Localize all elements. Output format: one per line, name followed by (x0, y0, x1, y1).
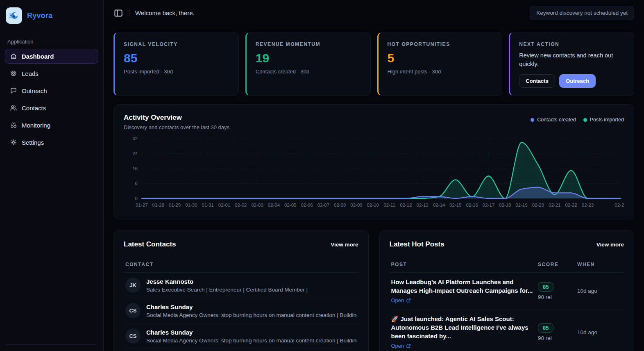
post-when: 10d ago (577, 329, 622, 335)
contact-subtitle: Social Media Agency Owners: stop burning… (146, 312, 357, 318)
post-when: 10d ago (577, 288, 622, 294)
sidebar-item-label: Settings (22, 139, 44, 146)
svg-text:02-15: 02-15 (449, 203, 461, 207)
svg-text:02-13: 02-13 (417, 203, 429, 207)
svg-text:32: 32 (132, 136, 138, 141)
svg-text:02-06: 02-06 (301, 203, 313, 207)
avatar: JK (125, 278, 141, 293)
svg-text:02-23: 02-23 (582, 203, 594, 207)
topbar: Welcome back, there. Keyword discovery n… (104, 0, 644, 26)
post-open-link[interactable]: Open (391, 343, 411, 349)
stat-label: REVENUE MOMENTUM (256, 41, 361, 47)
sidebar-item-label: Dashboard (22, 53, 54, 60)
home-icon (10, 52, 17, 60)
svg-text:02-12: 02-12 (400, 203, 412, 207)
stat-card-hot-opportunities: HOT OPPORTUNITIES 5 High-intent posts · … (377, 32, 503, 96)
sidebar-item-outreach[interactable]: Outreach (5, 83, 98, 98)
sidebar-toggle-icon[interactable] (113, 8, 123, 18)
svg-text:01-28: 01-28 (152, 203, 164, 207)
dashboard-content: SIGNAL VELOCITY 85 Posts imported · 30d … (104, 26, 644, 351)
post-title: How Leadbug’s AI Platform Launches and M… (391, 278, 538, 295)
chart-title: Activity Overview (124, 114, 231, 122)
svg-text:01-27: 01-27 (136, 203, 147, 207)
svg-text:02-16: 02-16 (466, 203, 478, 207)
next-action-text: Review new contacts and reach out quickl… (519, 51, 621, 68)
contact-row[interactable]: CS Charles Sunday Social Media Agency Ow… (124, 324, 358, 349)
contact-row[interactable]: CS Charles Sunday Social Media Agency Ow… (124, 298, 358, 324)
ryvora-logo-icon (6, 7, 22, 24)
sidebar-item-dashboard[interactable]: Dashboard (5, 49, 98, 64)
chat-icon (10, 87, 17, 94)
svg-text:02-02: 02-02 (235, 203, 247, 207)
target-icon (10, 70, 17, 77)
contact-name: Charles Sunday (146, 329, 357, 336)
svg-text:02-14: 02-14 (433, 203, 445, 207)
svg-text:02-18: 02-18 (499, 203, 511, 207)
sidebar-section-label: Application (7, 39, 96, 45)
stat-label: NEXT ACTION (519, 41, 625, 47)
binoculars-icon (10, 121, 17, 129)
sidebar-item-contacts[interactable]: Contacts (5, 100, 98, 115)
svg-text:01-29: 01-29 (169, 203, 181, 207)
stat-value: 85 (124, 51, 229, 65)
post-open-link[interactable]: Open (391, 297, 411, 303)
svg-text:02-03: 02-03 (251, 203, 263, 207)
post-title: 🚀 Just launched: Agentic AI Sales Scout:… (391, 315, 538, 340)
stat-card-revenue-momentum: REVENUE MOMENTUM 19 Contacts created · 3… (245, 32, 371, 96)
keyword-discovery-status-badge[interactable]: Keyword discovery not scheduled yet (530, 6, 634, 20)
stats-row: SIGNAL VELOCITY 85 Posts imported · 30d … (113, 32, 634, 96)
outreach-button[interactable]: Outreach (559, 74, 596, 88)
stat-label: SIGNAL VELOCITY (124, 41, 229, 47)
legend-dot-green (583, 118, 587, 122)
legend-contacts-created: Contacts created (531, 117, 576, 123)
svg-text:8: 8 (135, 181, 138, 186)
relevance-value: 90 rel (538, 294, 577, 300)
sidebar-item-leads[interactable]: Leads (5, 66, 98, 81)
sidebar-item-monitoring[interactable]: Monitoring (5, 118, 98, 132)
welcome-text: Welcome back, there. (135, 9, 195, 16)
stat-card-next-action: NEXT ACTION Review new contacts and reac… (509, 32, 634, 96)
contact-row[interactable]: JK Jesse Kannosto Sales Executive Search… (124, 273, 358, 298)
stat-subtext: Posts imported · 30d (124, 68, 229, 75)
post-row[interactable]: 🚀 Just launched: Agentic AI Sales Scout:… (390, 310, 624, 351)
brand: Ryvora (5, 6, 98, 28)
gear-icon (10, 139, 17, 146)
sidebar-item-label: Contacts (22, 105, 46, 112)
sidebar-item-settings[interactable]: Settings (5, 135, 98, 150)
panel-title: Latest Hot Posts (390, 240, 444, 248)
posts-view-more-link[interactable]: View more (596, 242, 624, 248)
topbar-divider (129, 9, 129, 18)
sidebar-nav: Dashboard Leads Outreach (5, 49, 98, 150)
chart-legend: Contacts created Posts imported (531, 114, 624, 123)
svg-text:02-22: 02-22 (565, 203, 577, 207)
stat-card-signal-velocity: SIGNAL VELOCITY 85 Posts imported · 30d (113, 32, 239, 96)
sidebar-item-label: Monitoring (22, 122, 50, 129)
post-row[interactable]: How Leadbug’s AI Platform Launches and M… (390, 273, 624, 310)
contacts-view-more-link[interactable]: View more (331, 242, 358, 248)
sidebar-item-label: Leads (22, 70, 39, 77)
svg-text:01-30: 01-30 (185, 203, 197, 207)
contacts-column-header: CONTACT (124, 262, 358, 273)
chart-subtitle: Discovery and contacts over the last 30 … (124, 124, 231, 130)
sidebar: Ryvora Application Dashboard Leads (0, 0, 104, 351)
avatar: CS (125, 328, 141, 344)
contacts-button[interactable]: Contacts (519, 74, 555, 88)
users-icon (10, 104, 17, 112)
svg-text:02-10: 02-10 (367, 203, 379, 207)
relevance-value: 90 rel (538, 335, 577, 341)
svg-text:02-04: 02-04 (268, 203, 280, 207)
avatar: CS (125, 303, 141, 318)
bottom-panels: Latest Contacts View more CONTACT JK Jes… (113, 230, 634, 351)
score-badge: 85 (538, 282, 553, 292)
score-badge: 85 (538, 323, 553, 333)
svg-text:02-11: 02-11 (383, 203, 395, 207)
sidebar-item-label: Outreach (22, 87, 47, 94)
stat-subtext: High-intent posts · 30d (388, 68, 493, 75)
legend-dot-blue (531, 118, 534, 122)
brand-name: Ryvora (27, 11, 52, 20)
sidebar-divider (6, 344, 96, 345)
contact-subtitle: Sales Executive Search | Entrepreneur | … (146, 287, 357, 293)
svg-text:24: 24 (132, 151, 138, 156)
svg-text:02-25: 02-25 (615, 203, 624, 207)
activity-chart: 0816243201-2701-2801-2901-3001-3102-0102… (124, 136, 624, 212)
